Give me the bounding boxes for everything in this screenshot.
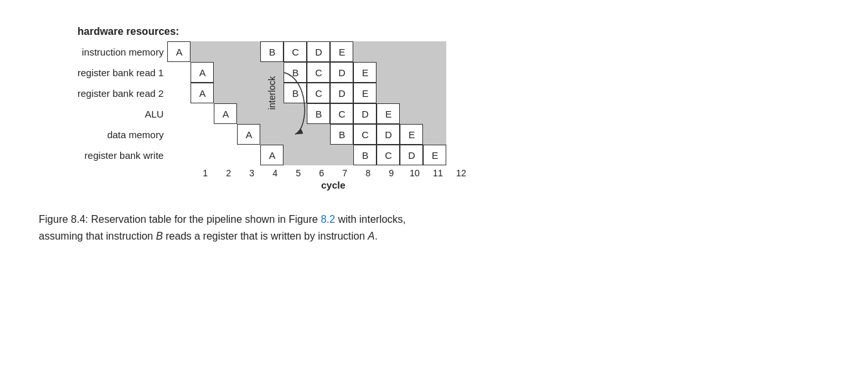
col-number: 3 <box>240 168 264 178</box>
col-number: 4 <box>264 168 287 178</box>
grid-cell <box>400 103 423 124</box>
grid-cell: B <box>353 145 377 165</box>
grid-cell <box>214 62 237 83</box>
grid-cell: A <box>191 83 214 103</box>
grid-cell <box>377 83 400 103</box>
hardware-title: hardware resources: <box>78 26 179 37</box>
grid-cell: D <box>377 124 400 145</box>
grid-cell: C <box>307 83 330 103</box>
row-label: ALU <box>145 103 163 124</box>
grid-cell: A <box>260 145 284 165</box>
grid-cell: D <box>330 62 353 83</box>
grid-cell <box>307 145 330 165</box>
grid-cell <box>260 124 284 145</box>
grid-cell: E <box>400 124 423 145</box>
grid-cell <box>237 103 260 124</box>
grid-cell <box>214 145 237 165</box>
grid-cell <box>214 83 237 103</box>
grid-cell: D <box>307 41 330 62</box>
grid-cell: E <box>353 83 377 103</box>
col-number: 11 <box>426 168 450 178</box>
grid-cell <box>284 103 307 124</box>
grid-cell: A <box>214 103 237 124</box>
grid-cell: C <box>307 62 330 83</box>
grid-cell <box>237 83 260 103</box>
grid-cell <box>167 62 191 83</box>
grid-cell: B <box>284 62 307 83</box>
grid-cell: E <box>377 103 400 124</box>
grid-cell <box>353 41 377 62</box>
grid-row: ABCDE <box>167 83 446 103</box>
diagram: hardware resources: instruction memoryre… <box>78 26 473 191</box>
grid-cell: C <box>353 124 377 145</box>
row-label: register bank read 2 <box>78 83 163 103</box>
grid-table: ABCDEABCDEABCDEABCDEABCDEABCDE <box>167 41 446 165</box>
grid-cell: E <box>330 41 353 62</box>
grid-cell: C <box>377 145 400 165</box>
grid-cell <box>260 62 284 83</box>
grid-cell: A <box>191 62 214 83</box>
grid-cell <box>237 62 260 83</box>
col-number: 8 <box>356 168 380 178</box>
grid-cell <box>191 145 214 165</box>
grid-cell <box>307 124 330 145</box>
grid-cell <box>167 103 191 124</box>
grid-cell: E <box>353 62 377 83</box>
instruction-a: A <box>368 231 375 242</box>
row-labels: instruction memoryregister bank read 1re… <box>78 41 163 165</box>
row-label: data memory <box>107 124 164 145</box>
col-number: 7 <box>333 168 356 178</box>
caption: Figure 8.4: Reservation table for the pi… <box>39 211 406 244</box>
grid-row: ABCDE <box>167 62 446 83</box>
grid-area: instruction memoryregister bank read 1re… <box>78 41 446 165</box>
figure-link[interactable]: 8.2 <box>321 214 335 225</box>
grid-cell <box>400 41 423 62</box>
col-number: 12 <box>450 168 473 178</box>
grid-cell: B <box>307 103 330 124</box>
grid-cell <box>377 41 400 62</box>
grid-cell <box>191 103 214 124</box>
cycle-label: cycle <box>194 180 473 191</box>
col-number: 1 <box>194 168 217 178</box>
col-number: 10 <box>403 168 426 178</box>
grid-cell: D <box>330 83 353 103</box>
grid-cell <box>237 145 260 165</box>
grid-cell <box>377 62 400 83</box>
grid-cell <box>191 124 214 145</box>
grid-row: ABCDE <box>167 145 446 165</box>
grid-cell: B <box>260 41 284 62</box>
grid-cell: A <box>167 41 191 62</box>
grid-row: ABCDE <box>167 124 446 145</box>
grid-cell <box>167 124 191 145</box>
grid-cell <box>400 62 423 83</box>
instruction-b: B <box>156 231 163 242</box>
grid-cell <box>423 41 446 62</box>
grid-cell <box>330 145 353 165</box>
grid-row: ABCDE <box>167 41 446 62</box>
row-label: register bank write <box>85 145 164 165</box>
row-label: instruction memory <box>82 41 164 62</box>
grid-cell <box>284 145 307 165</box>
grid-cell <box>214 124 237 145</box>
grid-cell: C <box>284 41 307 62</box>
grid-cell <box>423 103 446 124</box>
grid-cell: C <box>330 103 353 124</box>
grid-cell <box>423 83 446 103</box>
grid-wrapper: ABCDEABCDEABCDEABCDEABCDEABCDE interlock <box>167 41 446 165</box>
grid-cell <box>423 124 446 145</box>
grid-cell <box>214 41 237 62</box>
grid-row: ABCDE <box>167 103 446 124</box>
col-numbers: 123456789101112 <box>194 168 473 178</box>
grid-cell <box>400 83 423 103</box>
grid-cell <box>167 145 191 165</box>
grid-cell <box>260 103 284 124</box>
col-number: 9 <box>380 168 403 178</box>
col-number: 2 <box>217 168 240 178</box>
col-number: 5 <box>287 168 310 178</box>
grid-cell: D <box>353 103 377 124</box>
col-number: 6 <box>310 168 333 178</box>
grid-cell: B <box>330 124 353 145</box>
grid-cell <box>260 83 284 103</box>
grid-cell: E <box>423 145 446 165</box>
grid-cell <box>284 124 307 145</box>
